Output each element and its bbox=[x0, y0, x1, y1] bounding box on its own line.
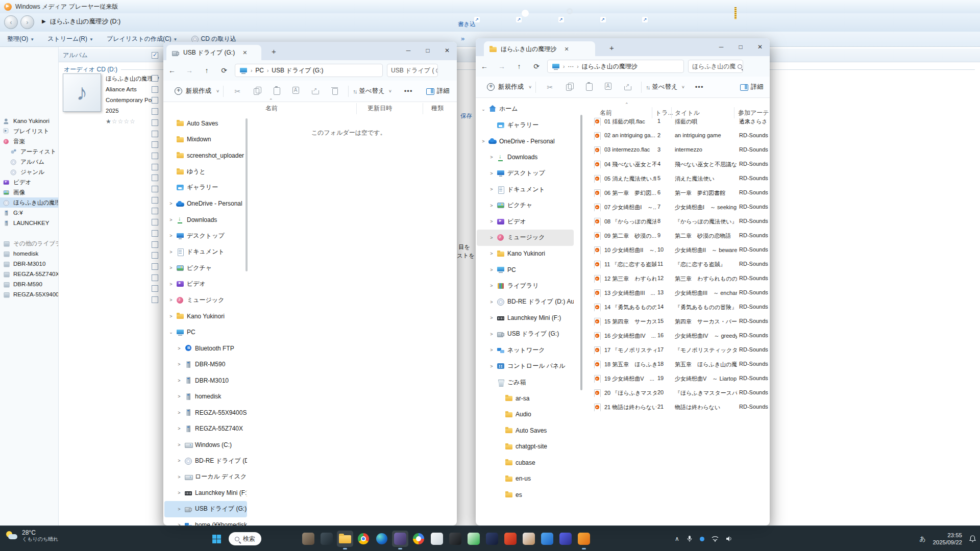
wmp-overflow-chevrons[interactable]: » bbox=[461, 35, 464, 42]
chevron-right-icon[interactable]: > bbox=[177, 410, 182, 415]
taskbar-green-app[interactable] bbox=[465, 531, 482, 547]
tree-item[interactable]: ギャラリー bbox=[477, 117, 574, 134]
chevron-right-icon[interactable]: > bbox=[177, 474, 182, 480]
tree-item[interactable]: >デスクトップ bbox=[477, 165, 574, 182]
breadcrumb-folder[interactable]: ほらふき山の魔理沙 bbox=[582, 62, 638, 71]
tree-item[interactable]: es bbox=[477, 487, 574, 503]
track-checkbox[interactable] bbox=[152, 141, 158, 148]
file-row[interactable]: 04 飛べない巫女と不...4飛べない巫女と不思議な本RD-Sounds bbox=[582, 158, 770, 172]
track-checkbox[interactable] bbox=[152, 274, 158, 281]
tab-usb-drive[interactable]: USB ドライブ (G:) ✕ bbox=[166, 45, 261, 60]
tree-item[interactable]: en-us bbox=[477, 471, 574, 487]
tree-item[interactable]: >コントロール パネル bbox=[477, 358, 574, 374]
tree-item[interactable]: >BD-RE ドライブ (D:) Audio ( bbox=[477, 294, 574, 310]
taskbar-vscode-app[interactable] bbox=[539, 531, 555, 547]
refresh-button[interactable]: ⟳ bbox=[215, 66, 233, 74]
new-tab-button[interactable]: + bbox=[609, 43, 614, 52]
breadcrumb-usb[interactable]: USB ドライブ (G:) bbox=[272, 66, 323, 75]
chevron-right-icon[interactable]: > bbox=[489, 299, 494, 305]
file-row[interactable]: 06 第一章 夢幻図...6第一章 夢幻図書館RD-Sounds bbox=[582, 186, 770, 201]
wmp-sidebar-item[interactable]: 画像 bbox=[0, 187, 58, 197]
wmp-back-button[interactable]: ‹ bbox=[4, 15, 18, 29]
tree-item[interactable]: >ミュージック bbox=[477, 230, 574, 246]
share-button[interactable] bbox=[305, 87, 325, 96]
track-checkbox[interactable] bbox=[152, 296, 158, 303]
new-button[interactable]: 新規作成˅ bbox=[487, 83, 531, 91]
tree-item[interactable]: >home (¥¥homedisk) (N bbox=[164, 517, 247, 526]
tree-item[interactable]: ⌄PC bbox=[164, 324, 247, 341]
tree-item[interactable]: >ローカル ディスク bbox=[164, 469, 247, 485]
file-row[interactable]: 09 第二章 砂漠の...9第二章 砂漠の恋物語RD-Sounds bbox=[582, 229, 770, 243]
wmp-sidebar-item[interactable]: homedisk bbox=[0, 248, 58, 259]
file-row[interactable]: 03 intermezzo.flac3intermezzoRD-Sounds bbox=[582, 143, 770, 158]
chevron-right-icon[interactable]: > bbox=[489, 347, 494, 353]
more-options-button[interactable]: ••• bbox=[399, 87, 418, 95]
tree-item[interactable]: >OneDrive - Personal bbox=[477, 133, 574, 149]
file-row[interactable]: 20 『ほらふきマスタース...20『ほらふきマスタースパーク』RD-Sound… bbox=[582, 386, 770, 400]
chevron-right-icon[interactable]: > bbox=[177, 507, 182, 512]
chevron-right-icon[interactable]: > bbox=[489, 332, 494, 337]
file-row[interactable]: 19 少女綺想曲V ...19少女綺想曲V ～ Liartop ...RD-So… bbox=[582, 372, 770, 386]
up-button[interactable]: ↑ bbox=[510, 62, 528, 70]
tree-item[interactable]: >OneDrive - Personal bbox=[164, 196, 247, 212]
minimize-button[interactable]: ─ bbox=[712, 38, 731, 57]
taskbar-file-explorer[interactable] bbox=[337, 531, 353, 547]
track-checkbox[interactable] bbox=[152, 153, 158, 159]
tree-item[interactable]: >PC bbox=[477, 262, 574, 278]
chevron-down-icon[interactable]: ⌄ bbox=[481, 107, 486, 112]
tree-item[interactable]: >ピクチャ bbox=[164, 260, 247, 277]
tree-item[interactable]: >ピクチャ bbox=[477, 197, 574, 214]
track-checkbox[interactable] bbox=[152, 241, 158, 248]
tree-item[interactable]: ⌄ホーム bbox=[477, 101, 574, 117]
file-row[interactable]: 15 第四章 サーカス・...15第四章 サーカス・バーゲンRD-Sounds bbox=[582, 315, 770, 329]
ime-indicator[interactable]: あ bbox=[919, 535, 925, 543]
track-checkbox[interactable] bbox=[152, 119, 158, 126]
tree-item[interactable]: >Launchkey Mini (F:) bbox=[477, 310, 574, 327]
tree-item[interactable]: >ネットワーク bbox=[477, 342, 574, 359]
chevron-right-icon[interactable]: > bbox=[168, 282, 174, 287]
back-button[interactable]: ← bbox=[163, 66, 181, 74]
track-checkbox[interactable] bbox=[152, 230, 158, 237]
tree-item[interactable]: cubase bbox=[477, 455, 574, 471]
track-checkbox[interactable] bbox=[152, 208, 158, 214]
chevron-right-icon[interactable]: > bbox=[481, 139, 486, 144]
more-options-button[interactable]: ••• bbox=[690, 83, 709, 91]
chevron-right-icon[interactable]: > bbox=[168, 297, 174, 303]
tree-item[interactable]: Auto Saves bbox=[477, 422, 574, 439]
start-button[interactable] bbox=[208, 531, 225, 547]
search-input[interactable]: USB ドライブ ( bbox=[387, 64, 438, 77]
wmp-sidebar-item[interactable]: DBR-M590 bbox=[0, 279, 58, 289]
file-row[interactable]: 01 揺藍の唄.flac1揺藍の唄透水さらさ bbox=[582, 115, 770, 129]
wmp-sidebar-item[interactable]: REGZA-55X9400S bbox=[0, 289, 58, 299]
tree-item[interactable]: >USB ドライブ (G:) bbox=[164, 501, 247, 517]
tree-item[interactable]: >Launchkey Mini (F:) bbox=[164, 485, 247, 502]
wmp-sidebar-item[interactable]: その他のライブラリ bbox=[0, 238, 58, 248]
chevron-right-icon[interactable]: > bbox=[177, 362, 182, 367]
wmp-sidebar-item[interactable]: ジャンル bbox=[0, 167, 58, 177]
chevron-right-icon[interactable]: > bbox=[489, 251, 494, 256]
sort-button[interactable]: ↑↓並べ替え˅ bbox=[646, 83, 684, 91]
tree-item[interactable]: chatgpt-site bbox=[477, 439, 574, 455]
file-row[interactable]: 16 少女綺想曲IV ...16少女綺想曲IV ～ greedy ...RD-S… bbox=[582, 329, 770, 343]
forward-button[interactable]: → bbox=[493, 62, 510, 70]
tree-item[interactable]: ごみ箱 bbox=[477, 374, 574, 391]
chevron-right-icon[interactable]: > bbox=[489, 315, 494, 320]
chevron-right-icon[interactable]: > bbox=[489, 171, 494, 176]
chevron-right-icon[interactable]: > bbox=[177, 426, 182, 431]
new-tab-button[interactable]: + bbox=[272, 47, 276, 56]
taskbar-google-app[interactable] bbox=[410, 531, 427, 547]
chevron-right-icon[interactable]: > bbox=[489, 203, 494, 208]
track-checkbox[interactable] bbox=[152, 75, 158, 82]
track-checkbox[interactable] bbox=[152, 186, 158, 192]
file-row[interactable]: 14 『勇気あるものの冒...14『勇気あるものの冒険』RD-Sounds bbox=[582, 300, 770, 315]
clock[interactable]: 23:55 2025/09/22 bbox=[933, 532, 962, 546]
chevron-right-icon[interactable]: > bbox=[168, 201, 174, 206]
tree-item[interactable]: Auto Saves bbox=[164, 115, 247, 132]
file-row[interactable]: 11 『恋に恋する盗賊』...11『恋に恋する盗賊』RD-Sounds bbox=[582, 258, 770, 272]
tree-item[interactable]: >REGZA-55X9400S bbox=[164, 405, 247, 421]
tree-item[interactable]: >ビデオ bbox=[164, 276, 247, 292]
taskbar-paint-app[interactable] bbox=[429, 531, 445, 547]
track-checkbox[interactable] bbox=[152, 174, 158, 181]
taskbar-chrome[interactable] bbox=[355, 531, 372, 547]
tree-item[interactable]: >ミュージック bbox=[164, 292, 247, 309]
